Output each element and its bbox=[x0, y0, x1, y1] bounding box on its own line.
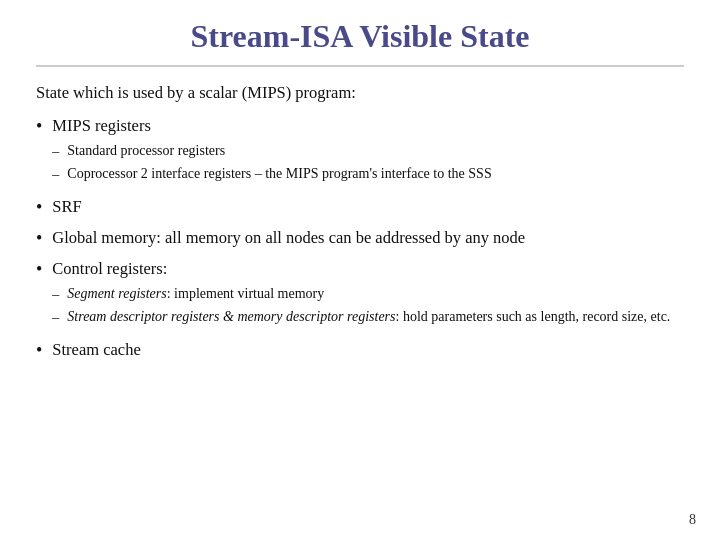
main-bullet-list: • MIPS registers – Standard processor re… bbox=[36, 114, 684, 364]
bullet-dot: • bbox=[36, 226, 42, 251]
list-item: • Stream cache bbox=[36, 338, 684, 363]
list-item: • Control registers: – Segment registers… bbox=[36, 257, 684, 332]
slide-container: Stream-ISA Visible State State which is … bbox=[0, 0, 720, 540]
slide-content: State which is used by a scalar (MIPS) p… bbox=[36, 81, 684, 520]
list-item: – Stream descriptor registers & memory d… bbox=[52, 307, 670, 328]
bullet-text: MIPS registers bbox=[52, 116, 151, 135]
list-item: – Standard processor registers bbox=[52, 141, 491, 162]
italic-text: Stream descriptor registers & memory des… bbox=[67, 309, 395, 324]
sub-text: Coprocessor 2 interface registers – the … bbox=[67, 164, 491, 184]
sub-text: Segment registers: implement virtual mem… bbox=[67, 284, 324, 304]
sub-text: Standard processor registers bbox=[67, 141, 225, 161]
sub-dash: – bbox=[52, 307, 59, 328]
sub-dash: – bbox=[52, 141, 59, 162]
bullet-text: Control registers: bbox=[52, 259, 167, 278]
list-item: • Global memory: all memory on all nodes… bbox=[36, 226, 684, 251]
bullet-dot: • bbox=[36, 338, 42, 363]
list-item: – Coprocessor 2 interface registers – th… bbox=[52, 164, 491, 185]
list-item: • SRF bbox=[36, 195, 684, 220]
bullet-text: SRF bbox=[52, 195, 81, 219]
slide-title: Stream-ISA Visible State bbox=[36, 0, 684, 67]
page-number: 8 bbox=[689, 512, 696, 528]
sub-dash: – bbox=[52, 284, 59, 305]
list-item: • MIPS registers – Standard processor re… bbox=[36, 114, 684, 189]
bullet-text: Global memory: all memory on all nodes c… bbox=[52, 226, 525, 250]
sub-list: – Segment registers: implement virtual m… bbox=[52, 284, 670, 328]
sub-list: – Standard processor registers – Coproce… bbox=[52, 141, 491, 185]
sub-text: Stream descriptor registers & memory des… bbox=[67, 307, 670, 327]
list-item: – Segment registers: implement virtual m… bbox=[52, 284, 670, 305]
italic-text: Segment registers bbox=[67, 286, 166, 301]
intro-text: State which is used by a scalar (MIPS) p… bbox=[36, 81, 684, 106]
sub-dash: – bbox=[52, 164, 59, 185]
bullet-dot: • bbox=[36, 114, 42, 139]
bullet-dot: • bbox=[36, 195, 42, 220]
bullet-dot: • bbox=[36, 257, 42, 282]
bullet-text: Stream cache bbox=[52, 338, 140, 362]
